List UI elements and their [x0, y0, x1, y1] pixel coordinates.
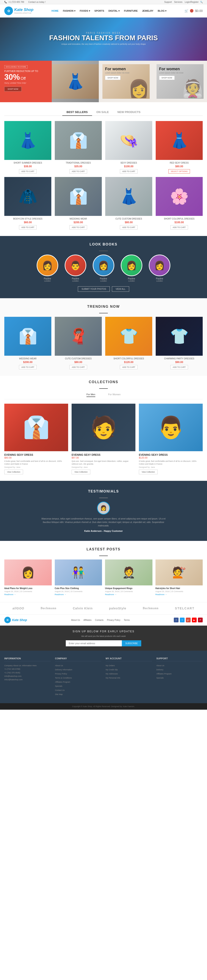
- footer-account-orders[interactable]: My Orders: [106, 665, 115, 667]
- tab-best-sellers[interactable]: BEST SELLERS: [62, 109, 92, 116]
- footer-account-creditslip[interactable]: My Credit Slip: [106, 668, 118, 671]
- testimonials-title: TESTIMONIALS: [4, 490, 203, 493]
- nav-home[interactable]: HOME: [49, 8, 61, 14]
- view-collection-button[interactable]: View Collection: [4, 469, 23, 474]
- brand-logo[interactable]: STELCART: [175, 606, 194, 610]
- promo-fw1-btn[interactable]: SHOP NOW: [105, 76, 120, 80]
- add-to-cart-button[interactable]: ADD TO CART: [19, 225, 37, 229]
- footer-company-privacy[interactable]: Privacy Policy: [55, 673, 67, 675]
- footer-nav-privacy[interactable]: Privacy Policy: [107, 619, 120, 621]
- nav-fashion[interactable]: FASHION ▾: [61, 8, 77, 14]
- contact-link[interactable]: Contact us today !: [28, 1, 46, 3]
- footer-support-delivery[interactable]: Delivery: [156, 668, 163, 671]
- footer-company-sitemap[interactable]: Site Map: [55, 693, 63, 695]
- promo-model: 👗: [52, 61, 99, 102]
- promo-fw2-btn[interactable]: SHOP NOW: [159, 76, 175, 80]
- product-card: 👕 CHARMING PARTY DRESSES $90.00 ADD TO C…: [156, 317, 203, 369]
- brand-logo[interactable]: Buchmann: [41, 606, 56, 610]
- footer-nav-about[interactable]: About Us: [71, 619, 80, 621]
- tab-new-products[interactable]: NEW PRODUCTS: [113, 109, 145, 116]
- footer-account-personal[interactable]: My Personal Info: [106, 677, 120, 679]
- add-to-cart-button[interactable]: ADD TO CART: [120, 365, 138, 369]
- login-link[interactable]: Login/Register: [185, 1, 199, 3]
- add-to-cart-button[interactable]: ADD TO CART: [19, 169, 37, 173]
- nav-foods[interactable]: FOODS ▾: [77, 8, 92, 14]
- google-plus-icon[interactable]: g+: [186, 617, 191, 622]
- add-to-cart-button[interactable]: ADD TO CART: [70, 225, 87, 229]
- support-link[interactable]: Support: [164, 1, 172, 3]
- brand-logo[interactable]: paleoStyle: [109, 606, 126, 610]
- product-price: $80.00: [105, 221, 152, 224]
- look-circle-item: 👩 Pauline London: [37, 255, 58, 282]
- product-card: 👕 SHORT COLORFUL DRESSES $120.00 ADD TO …: [105, 317, 152, 369]
- view-collection-button[interactable]: View Collection: [71, 469, 90, 474]
- product-image: 🧣: [55, 317, 102, 356]
- product-name: WEDDING WEAR: [55, 218, 102, 220]
- footer-account-addresses[interactable]: My Addresses: [106, 673, 118, 675]
- footer-company-contact[interactable]: Contact Us: [55, 689, 65, 691]
- add-to-cart-button[interactable]: ADD TO CART: [170, 225, 188, 229]
- phone-link[interactable]: +1 (723 405 789: [8, 1, 24, 3]
- search-icon[interactable]: 🔍: [200, 1, 203, 3]
- footer-nav-affiliates[interactable]: Affiliates: [84, 619, 92, 621]
- footer-support-affiliates[interactable]: Affiliates Program: [156, 673, 172, 675]
- pinterest-icon[interactable]: P: [198, 617, 203, 622]
- collection-card: 🧑 EVENING SEXY DRESS $97.00 Quis are. Se…: [71, 404, 136, 476]
- product-price: $120.00: [105, 361, 152, 364]
- add-to-cart-button[interactable]: ADD TO CART: [120, 225, 138, 229]
- nav-sports[interactable]: SPORTS: [92, 8, 106, 14]
- footer-support-specials[interactable]: Specials: [156, 677, 164, 679]
- view-collection-button[interactable]: View Collection: [139, 469, 158, 474]
- footer-company-about[interactable]: About Us: [55, 665, 63, 667]
- footer-nav-contacts[interactable]: Contacts: [95, 619, 103, 621]
- promo-shop-btn[interactable]: SHOP NOW: [4, 87, 22, 91]
- post-readmore[interactable]: Readmore →: [4, 593, 52, 595]
- nav-blog[interactable]: BLOG ▾: [155, 8, 169, 14]
- footer-logo[interactable]: ✿ Kate Shop: [4, 617, 27, 623]
- logo[interactable]: ✿ Kate Shop FASHION LIFESTYLE: [4, 6, 33, 15]
- facebook-icon[interactable]: f: [174, 617, 179, 622]
- footer-support-title: SUPPORT: [156, 657, 203, 661]
- promo-off: Off: [21, 76, 26, 81]
- footer-nav-terms[interactable]: Terms: [124, 619, 130, 621]
- brand-logo[interactable]: Buchmann: [143, 606, 158, 610]
- collection-designer: Designed by: Jane: [71, 466, 136, 468]
- collections-tab-women[interactable]: For Women: [108, 392, 120, 397]
- footer-company-affiliates[interactable]: Affiliates Program: [55, 681, 70, 683]
- footer-company-delivery[interactable]: Delivery Information: [55, 668, 72, 671]
- promo-percent: 30%: [4, 73, 20, 81]
- product-card: 👔 WEDDING WEAR $200.00 ADD TO CART: [4, 317, 51, 369]
- youtube-icon[interactable]: ▶: [192, 617, 197, 622]
- view-all-button[interactable]: View All: [112, 286, 129, 292]
- footer-support-about[interactable]: About Us: [156, 665, 164, 667]
- nav-furniture[interactable]: FURNITURE: [122, 8, 140, 14]
- submit-profile-button[interactable]: Submit Your Photos: [78, 286, 110, 292]
- footer-company-specials[interactable]: Specials: [55, 685, 62, 687]
- post-readmore[interactable]: Readmore →: [155, 593, 203, 595]
- services-link[interactable]: Services: [174, 1, 182, 3]
- add-to-cart-button[interactable]: ADD TO CART: [70, 365, 87, 369]
- collections-tab-men[interactable]: For Men: [87, 392, 95, 397]
- post-readmore[interactable]: Readmore →: [55, 593, 102, 595]
- nav-digital[interactable]: DIGITAL ▾: [106, 8, 122, 14]
- add-to-cart-button[interactable]: ADD TO CART: [120, 169, 138, 173]
- post-readmore[interactable]: Readmore →: [105, 593, 152, 595]
- footer: INFORMATION Company About Us: Informatio…: [0, 651, 207, 703]
- footer-company-terms[interactable]: Terms & Conditions: [55, 677, 72, 679]
- newsletter-subscribe-button[interactable]: SUBSCRIBE: [122, 640, 141, 646]
- brand-logo[interactable]: Calvin Klein: [73, 606, 93, 610]
- newsletter-email-input[interactable]: [66, 640, 122, 646]
- product-card: 👔 WEDDING WEAR $200.00 ADD TO CART: [55, 177, 102, 229]
- footer-email1: info@kateshop.com: [4, 675, 51, 678]
- nav-jewelry[interactable]: JEWELRY: [140, 8, 156, 14]
- cart-icon[interactable]: 🛒: [185, 9, 188, 13]
- tab-on-sale[interactable]: ON SALE: [92, 109, 113, 116]
- brand-logo[interactable]: allGOO: [13, 606, 24, 610]
- product-price: $80.00: [55, 361, 102, 364]
- add-to-cart-button[interactable]: ADD TO CART: [70, 169, 87, 173]
- add-to-cart-button[interactable]: ADD TO CART: [170, 365, 188, 369]
- add-to-cart-button[interactable]: ADD TO CART: [19, 365, 37, 369]
- footer-account-list: My Orders My Credit Slip My Addresses My…: [106, 664, 152, 679]
- select-options-button[interactable]: SELECT OPTIONS: [168, 169, 190, 173]
- twitter-icon[interactable]: t: [180, 617, 185, 622]
